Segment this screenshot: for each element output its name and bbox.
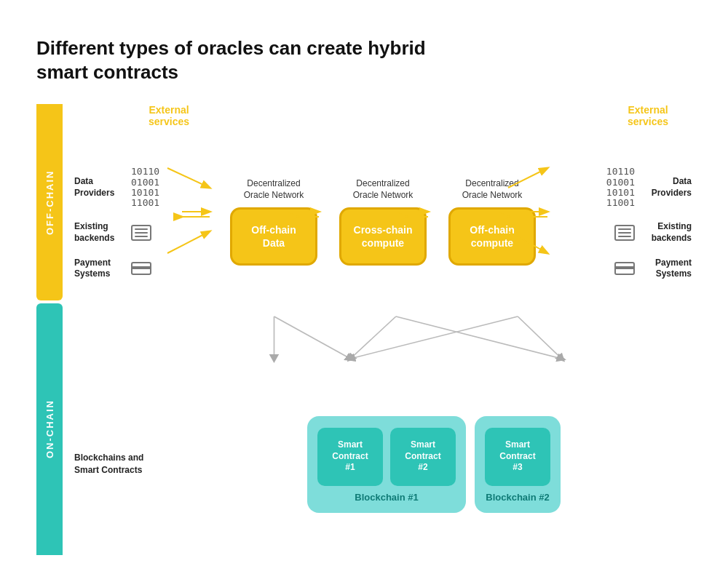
- oracle-box-off-chain-data: Off-chainData: [230, 207, 317, 266]
- oracle-box-cross-chain: Cross-chaincompute: [339, 207, 427, 266]
- on-chain-section: Blockchains andSmart Contracts SmartCont…: [74, 366, 692, 555]
- svg-line-16: [396, 316, 562, 359]
- oracle-col-3: DecentralizedOracle Network Off-chaincom…: [438, 178, 547, 266]
- sidebar: OFF-CHAIN ON-CHAIN: [36, 104, 63, 555]
- right-payment-label: PaymentSystems: [641, 258, 692, 280]
- right-data-providers: DataProviders 10110010011010111001: [606, 167, 692, 208]
- left-data-providers-label: DataProviders: [74, 176, 125, 199]
- left-ext-col: DataProviders 10110010011010111001 Exist…: [74, 167, 162, 280]
- right-backends-label: Existingbackends: [641, 221, 692, 244]
- oracle-col-2: DecentralizedOracle Network Cross-chainc…: [328, 178, 438, 266]
- left-payment-label: PaymentSystems: [74, 258, 125, 280]
- off-chain-section: Externalservices Externalservices DataPr…: [74, 104, 692, 315]
- oracle-box-off-chain-compute: Off-chaincompute: [448, 207, 536, 266]
- middle-col: DecentralizedOracle Network Off-chainDat…: [162, 178, 604, 268]
- diagram-container: Different types of oracles can create hy…: [15, 15, 713, 567]
- smart-contract-3: SmartContract#3: [485, 428, 550, 486]
- svg-line-14: [274, 316, 350, 359]
- server-icon-left: [131, 225, 151, 241]
- oracle-label-3: DecentralizedOracle Network: [462, 178, 523, 202]
- external-labels-row: Externalservices Externalservices: [74, 104, 692, 127]
- oracle-row: DecentralizedOracle Network Off-chainDat…: [162, 178, 604, 266]
- blockchain-1-label: Blockchain #1: [355, 492, 418, 503]
- blockchain-2-label: Blockchain #2: [486, 492, 549, 503]
- smart-contract-1: SmartContract#1: [317, 428, 383, 486]
- svg-line-13: [350, 316, 395, 359]
- binary-icon-right: 10110010011010111001: [606, 167, 635, 208]
- diagram-main: Externalservices Externalservices DataPr…: [63, 104, 692, 555]
- oracle-col-1: DecentralizedOracle Network Off-chainDat…: [219, 178, 328, 266]
- oracle-label-1: DecentralizedOracle Network: [244, 178, 304, 202]
- card-icon-right: [614, 262, 635, 275]
- left-data-providers: DataProviders 10110010011010111001: [74, 167, 159, 208]
- blockchain-area: SmartContract#1 SmartContract#2 Blockcha…: [176, 416, 692, 513]
- right-ext-col: DataProviders 10110010011010111001 Exist…: [604, 167, 692, 280]
- card-icon-left: [131, 262, 151, 275]
- smart-contract-2: SmartContract#2: [390, 428, 456, 486]
- left-backends-label: Existingbackends: [74, 221, 125, 244]
- blockchain-2-contracts: SmartContract#3: [485, 428, 550, 486]
- right-data-providers-label: DataProviders: [641, 176, 692, 199]
- oracle-label-2: DecentralizedOracle Network: [353, 178, 414, 202]
- left-payment-systems: PaymentSystems: [74, 258, 151, 280]
- svg-line-15: [518, 316, 561, 359]
- ext-label-right: Externalservices: [619, 104, 677, 127]
- cross-arrows-svg: [74, 315, 692, 366]
- layout: OFF-CHAIN ON-CHAIN Externalservices Exte…: [36, 104, 692, 555]
- blockchain-box-1: SmartContract#1 SmartContract#2 Blockcha…: [307, 416, 466, 513]
- right-existing-backends: Existingbackends: [614, 221, 692, 244]
- left-existing-backends: Existingbackends: [74, 221, 151, 244]
- off-chain-rows: DataProviders 10110010011010111001 Exist…: [74, 132, 692, 315]
- svg-line-17: [350, 316, 518, 359]
- right-payment-systems: PaymentSystems: [614, 258, 692, 280]
- server-icon-right: [614, 225, 635, 241]
- blockchain-box-2: SmartContract#3 Blockchain #2: [475, 416, 561, 513]
- sidebar-on-chain: ON-CHAIN: [36, 303, 63, 555]
- sidebar-off-chain: OFF-CHAIN: [36, 104, 63, 300]
- binary-icon-left: 10110010011010111001: [131, 167, 159, 208]
- on-chain-left-label: Blockchains andSmart Contracts: [74, 452, 162, 477]
- ext-label-left: Externalservices: [140, 104, 198, 127]
- page-title: Different types of oracles can create hy…: [36, 36, 444, 84]
- blockchain-1-contracts: SmartContract#1 SmartContract#2: [317, 428, 456, 486]
